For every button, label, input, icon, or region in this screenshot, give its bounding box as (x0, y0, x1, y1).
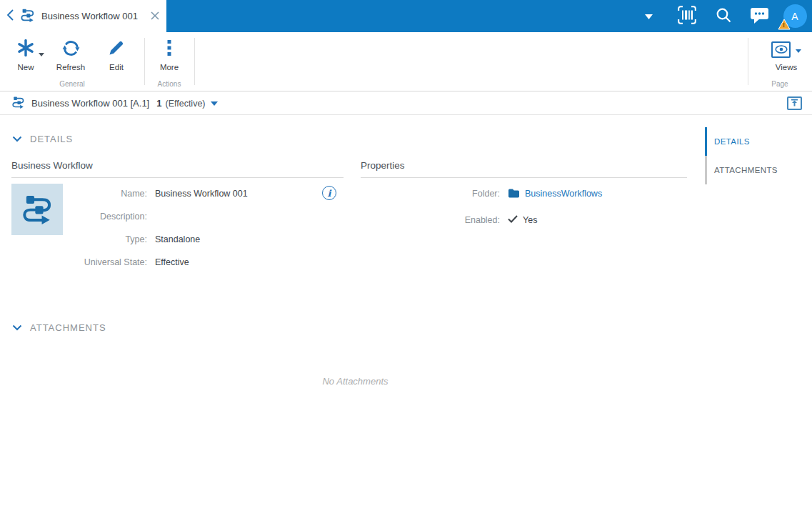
avatar: A ! (783, 4, 807, 28)
edit-button-label: Edit (109, 63, 124, 71)
tab-title: Business Workflow 001 (41, 11, 144, 21)
ribbon-separator (748, 38, 748, 85)
item-state: (Effective) (165, 99, 205, 109)
item-thumbnail (11, 184, 63, 235)
state-dropdown[interactable] (211, 101, 218, 106)
nav-item-details[interactable]: DETAILS (705, 127, 812, 156)
new-button-label: New (17, 63, 34, 71)
warning-badge-mark: ! (778, 20, 791, 30)
field-type: Type: Standalone (61, 232, 200, 247)
app-window: Business Workflow 001 (0, 0, 812, 516)
close-icon (151, 10, 159, 23)
titlebar: Business Workflow 001 (0, 0, 812, 32)
details-section-label: DETAILS (30, 134, 73, 144)
field-folder: Folder: BusinessWorkflows (386, 187, 602, 201)
search-icon (715, 6, 732, 26)
tab-list-dropdown-button[interactable] (633, 0, 664, 32)
nav-item-attachments[interactable]: ATTACHMENTS (705, 156, 812, 184)
avatar-initial: A (791, 11, 798, 22)
item-title: Business Workflow 001 [A.1] (31, 98, 149, 109)
workflow-icon (21, 192, 54, 227)
user-menu-button[interactable]: A ! (778, 0, 812, 32)
attachments-section-toggle[interactable]: ATTACHMENTS (12, 321, 106, 334)
nav-details-label: DETAILS (714, 137, 750, 146)
messages-button[interactable] (741, 0, 778, 32)
refresh-icon (62, 39, 80, 60)
enabled-value: Yes (523, 215, 537, 225)
new-caret-icon (39, 46, 44, 59)
popout-arrow-icon (791, 98, 798, 109)
caret-down-icon (645, 11, 653, 21)
enabled-label: Enabled: (386, 215, 500, 225)
section-nav: DETAILS ATTACHMENTS (705, 127, 812, 184)
ribbon-group-page: Page (748, 80, 812, 88)
edit-pencil-icon (108, 39, 125, 59)
field-enabled: Enabled: Yes (386, 213, 537, 227)
titlebar-actions: A ! (633, 0, 812, 32)
item-header: Business Workflow 001 [A.1] 1 (Effective… (0, 92, 812, 115)
info-icon[interactable]: i (322, 186, 336, 200)
tab-close-button[interactable] (151, 10, 159, 23)
views-eye-icon (771, 41, 791, 58)
form-heading: Business Workflow (11, 160, 344, 178)
back-button[interactable] (7, 9, 14, 24)
new-asterisk-icon (16, 39, 35, 60)
back-chevron-icon (7, 9, 14, 24)
name-label: Name: (61, 189, 147, 199)
edit-button[interactable]: Edit (99, 39, 134, 71)
workflow-icon (11, 95, 25, 111)
refresh-button[interactable]: Refresh (49, 39, 93, 71)
item-revision: 1 (156, 98, 161, 109)
views-button[interactable]: Views (766, 39, 807, 71)
universal-state-value: Effective (155, 257, 189, 267)
ribbon-group-actions: Actions (144, 80, 194, 88)
ribbon-group-general: General (0, 80, 144, 88)
folder-link[interactable]: BusinessWorkflows (525, 189, 602, 199)
universal-state-label: Universal State: (61, 257, 147, 267)
folder-icon (508, 188, 520, 200)
more-button[interactable]: More (151, 39, 188, 71)
nav-attachments-label: ATTACHMENTS (714, 166, 778, 174)
attachments-section-label: ATTACHMENTS (30, 322, 106, 333)
chat-bubble-icon (750, 6, 769, 26)
type-value: Standalone (155, 234, 200, 244)
name-value: Business Workflow 001 (155, 189, 248, 199)
folder-label: Folder: (386, 189, 500, 199)
more-dots-icon (167, 40, 171, 59)
field-universal-state: Universal State: Effective (61, 255, 189, 269)
workflow-icon (20, 7, 35, 25)
open-in-new-window-button[interactable] (787, 96, 802, 110)
search-button[interactable] (705, 0, 741, 32)
item-tab[interactable]: Business Workflow 001 (0, 0, 166, 32)
description-label: Description: (61, 212, 147, 222)
field-name: Name: Business Workflow 001 (61, 187, 248, 201)
scan-barcode-button[interactable] (668, 0, 705, 32)
type-label: Type: (61, 234, 147, 244)
chevron-down-icon (12, 321, 22, 334)
views-caret-icon (796, 43, 801, 56)
barcode-scan-icon (678, 6, 696, 26)
ribbon-separator (194, 38, 195, 85)
ribbon-toolbar: New Refresh (0, 32, 812, 91)
properties-heading: Properties (361, 160, 687, 178)
refresh-button-label: Refresh (56, 63, 85, 71)
check-icon (508, 215, 518, 225)
views-button-label: Views (776, 63, 797, 71)
ribbon-separator (144, 38, 145, 85)
field-description: Description: (61, 209, 155, 224)
new-button[interactable]: New (9, 39, 43, 71)
more-button-label: More (160, 63, 179, 71)
no-attachments-text: No Attachments (0, 376, 711, 387)
chevron-down-icon (12, 132, 22, 145)
details-section-toggle[interactable]: DETAILS (12, 132, 73, 145)
